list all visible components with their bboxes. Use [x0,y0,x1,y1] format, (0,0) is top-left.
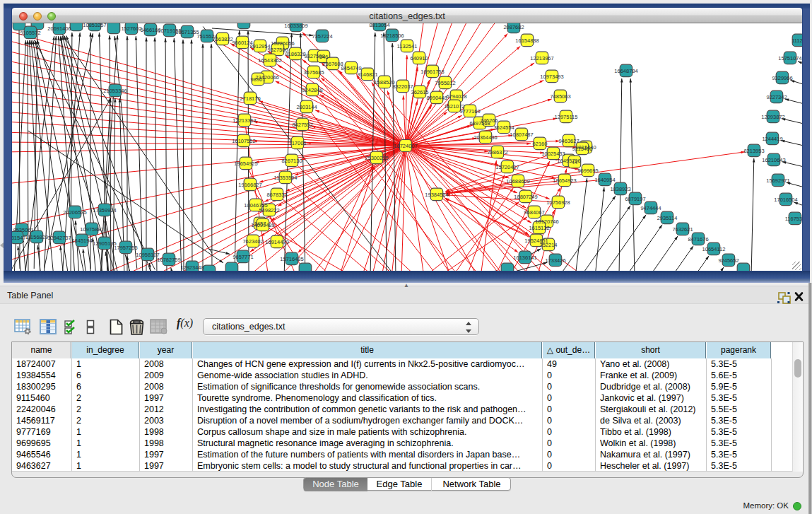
svg-text:9474444: 9474444 [640,205,661,211]
svg-text:10853257: 10853257 [83,23,106,28]
svg-text:8813054: 8813054 [369,23,389,28]
svg-text:20206535: 20206535 [63,209,86,216]
svg-text:546: 546 [319,54,329,60]
svg-text:2935114: 2935114 [657,215,678,221]
svg-text:15226056: 15226056 [271,40,294,47]
svg-text:7357224: 7357224 [312,33,332,40]
svg-text:1733426: 1733426 [545,257,565,264]
svg-text:16914479: 16914479 [265,239,288,245]
svg-text:17957255: 17957255 [114,245,137,251]
svg-text:12213363: 12213363 [233,117,256,124]
svg-text:6879197: 6879197 [625,196,645,202]
svg-text:15751074: 15751074 [778,55,801,62]
svg-text:10025433: 10025433 [541,151,565,157]
svg-text:44: 44 [572,159,577,165]
svg-text:19654925: 19654925 [234,160,257,167]
svg-text:2367608: 2367608 [322,61,343,67]
svg-text:19218506: 19218506 [380,33,404,39]
svg-text:9105572: 9105572 [20,30,40,36]
svg-text:17016504: 17016504 [774,197,797,203]
svg-text:14099489: 14099489 [251,222,274,228]
svg-text:7955812: 7955812 [435,80,455,86]
svg-text:1615132: 1615132 [529,225,549,231]
svg-text:20364436: 20364436 [473,134,497,141]
svg-text:8186328: 8186328 [285,51,305,57]
svg-text:10654112: 10654112 [702,246,726,252]
svg-text:1167533: 1167533 [785,216,802,222]
svg-text:9115460: 9115460 [572,146,593,152]
svg-text:640910: 640910 [410,55,428,62]
svg-text:7623402: 7623402 [242,238,263,245]
svg-text:9699695: 9699695 [577,168,598,174]
svg-text:15692971: 15692971 [766,177,789,184]
svg-text:12213967: 12213967 [530,55,553,62]
svg-text:11123: 11123 [792,37,802,44]
svg-text:2718170: 2718170 [240,95,260,102]
svg-text:10688609: 10688609 [506,178,529,185]
svg-text:15716485: 15716485 [280,256,303,262]
svg-text:18724007: 18724007 [394,143,417,149]
svg-text:1640954: 1640954 [594,177,615,183]
svg-text:8267130: 8267130 [281,158,302,164]
svg-text:746266: 746266 [480,117,498,124]
svg-text:931547: 931547 [12,235,26,241]
svg-text:5498222: 5498222 [259,207,279,214]
svg-text:8322037: 8322037 [392,83,413,90]
svg-text:3624554: 3624554 [493,124,514,131]
svg-text:18535061: 18535061 [12,227,34,233]
svg-text:9684067: 9684067 [524,209,544,216]
svg-text:19654923: 19654923 [553,177,576,184]
svg-text:18807249: 18807249 [514,194,537,200]
svg-text:7986372: 7986372 [487,149,507,156]
svg-text:1845194: 1845194 [71,238,92,244]
svg-text:1132541: 1132541 [397,43,418,49]
svg-text:16136141: 16136141 [513,255,536,261]
svg-text:12942737: 12942737 [47,235,71,241]
svg-text:10958107: 10958107 [136,252,159,258]
svg-text:20691406: 20691406 [47,25,71,32]
svg-text:8213953: 8213953 [743,148,764,154]
svg-text:16154838: 16154838 [515,37,539,44]
svg-text:98901: 98901 [251,76,266,83]
svg-text:9227342: 9227342 [766,94,787,100]
svg-text:11156829: 11156829 [25,234,48,240]
svg-text:12975115: 12975115 [555,114,578,120]
svg-text:12923448: 12923448 [180,264,204,271]
svg-text:252214: 252214 [539,242,557,248]
svg-text:7663822: 7663822 [212,36,233,42]
svg-text:7485063: 7485063 [550,93,570,100]
svg-text:17359924: 17359924 [93,207,116,214]
svg-text:10807487: 10807487 [510,132,533,138]
svg-text:19384554: 19384554 [425,192,448,198]
svg-text:8454749: 8454749 [341,65,361,71]
svg-text:16033809: 16033809 [284,23,307,29]
svg-text:16107552: 16107552 [232,138,255,144]
svg-text:1838923: 1838923 [610,186,630,192]
svg-text:15720407: 15720407 [495,164,519,170]
svg-text:9657771: 9657771 [233,254,253,260]
svg-text:6794028: 6794028 [446,93,466,100]
svg-text:3675685: 3675685 [303,69,324,76]
svg-text:11353594: 11353594 [274,175,298,181]
svg-text:9463627: 9463627 [558,138,579,144]
svg-text:16782759: 16782759 [157,257,180,263]
svg-text:62160: 62160 [533,141,548,147]
svg-text:21053346: 21053346 [103,88,126,94]
svg-text:12093872: 12093872 [761,114,784,120]
svg-text:9242848: 9242848 [302,87,322,93]
svg-text:2803144: 2803144 [296,104,317,110]
svg-text:19166827: 19166827 [238,182,261,188]
svg-text:16543362: 16543362 [258,57,281,64]
svg-text:12905135: 12905135 [93,240,116,247]
svg-text:1588520: 1588520 [374,79,394,86]
svg-text:16671355: 16671355 [175,29,199,35]
svg-text:16648784: 16648784 [614,68,637,74]
svg-text:9146821: 9146821 [357,71,377,78]
svg-text:2087682: 2087682 [503,24,524,30]
svg-text:9329966: 9329966 [772,75,792,81]
svg-text:8427552: 8427552 [292,122,312,128]
svg-text:1244419: 1244419 [762,136,782,142]
svg-text:8678334: 8678334 [266,192,287,198]
svg-text:7632621: 7632621 [672,226,693,233]
svg-text:25300215: 25300215 [365,155,388,161]
